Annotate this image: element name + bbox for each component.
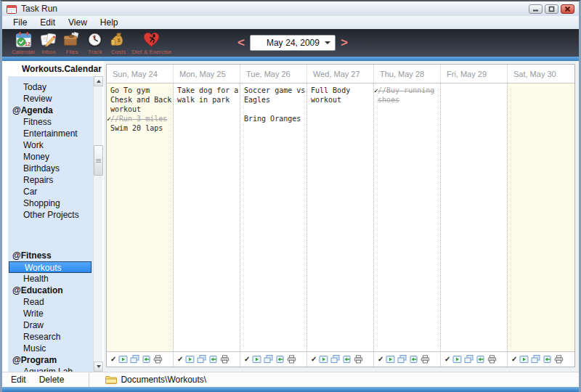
- close-button[interactable]: [561, 4, 574, 14]
- sidebar-item-other-projects[interactable]: Other Projects: [8, 209, 93, 221]
- calendar-area: Sun, May 24Go To gym Chesk and Back work…: [104, 61, 579, 372]
- scroll-down-arrow-icon[interactable]: [94, 362, 103, 372]
- menu-view[interactable]: View: [62, 17, 94, 28]
- run-task-icon[interactable]: [252, 355, 261, 364]
- print-icon[interactable]: [554, 355, 564, 364]
- complete-check-icon[interactable]: ✓: [311, 355, 317, 364]
- import-task-icon[interactable]: [409, 355, 418, 364]
- chevron-down-icon[interactable]: [325, 41, 330, 44]
- scroll-up-arrow-icon[interactable]: [94, 76, 103, 86]
- day-tasks[interactable]: Go To gym Chesk and Back workout✓//Run 3…: [107, 83, 174, 351]
- task[interactable]: Bring Oranges: [244, 114, 306, 123]
- sidebar-scrollbar[interactable]: [93, 76, 102, 372]
- sidebar-item-car[interactable]: Car: [8, 186, 93, 197]
- sidebar-item-draw[interactable]: Draw: [8, 319, 93, 331]
- costs-toolbar-button[interactable]: $ Costs: [108, 30, 128, 55]
- import-task-icon[interactable]: [275, 355, 285, 364]
- cascade-windows-icon[interactable]: [264, 355, 273, 364]
- sidebar-item-music[interactable]: Music: [8, 343, 93, 354]
- sidebar-item-write[interactable]: Write: [8, 308, 93, 319]
- sidebar-item-today[interactable]: Today: [8, 81, 93, 93]
- run-task-icon[interactable]: [452, 355, 462, 364]
- task[interactable]: Take dog for a walk in park: [177, 86, 239, 105]
- print-icon[interactable]: [287, 355, 296, 364]
- print-icon[interactable]: [487, 355, 497, 364]
- delete-button[interactable]: Delete: [35, 375, 69, 385]
- sidebar-item-entertainment[interactable]: Entertainment: [8, 128, 93, 139]
- maximize-button[interactable]: [545, 4, 558, 14]
- run-task-icon[interactable]: [386, 355, 395, 364]
- files-toolbar-button[interactable]: Files: [62, 30, 81, 55]
- edit-button[interactable]: Edit: [7, 375, 31, 385]
- inbox-toolbar-button[interactable]: Inbox: [38, 30, 58, 55]
- complete-check-icon[interactable]: ✓: [511, 355, 517, 364]
- run-task-icon[interactable]: [185, 355, 195, 364]
- date-picker[interactable]: May 24, 2009: [250, 35, 336, 51]
- track-toolbar-button[interactable]: Track: [85, 30, 105, 55]
- task[interactable]: Full Body workout: [311, 86, 373, 105]
- sidebar-item--fitness[interactable]: @Fitness: [8, 250, 93, 261]
- task[interactable]: Swim 20 laps: [110, 123, 172, 133]
- sidebar-item-birthdays[interactable]: Birthdays: [8, 163, 93, 174]
- import-task-icon[interactable]: [476, 355, 485, 364]
- sidebar-item-review[interactable]: Review: [8, 93, 93, 105]
- import-task-icon[interactable]: [142, 355, 151, 364]
- run-task-icon[interactable]: [118, 355, 128, 364]
- sidebar-item--program[interactable]: @Program: [8, 354, 93, 366]
- toolbar: 12 Calendar Inbox Files: [2, 29, 579, 57]
- sidebar-item-workouts[interactable]: Workouts: [9, 261, 92, 273]
- sidebar-item-aquarim-lab[interactable]: Aquarim Lab: [8, 366, 93, 372]
- task[interactable]: Go To gym Chesk and Back workout: [110, 86, 172, 114]
- complete-check-icon[interactable]: ✓: [444, 355, 450, 364]
- sidebar-item-shopping[interactable]: Shopping: [8, 197, 93, 209]
- menu-file[interactable]: File: [7, 17, 33, 28]
- diet-exercise-toolbar-button[interactable]: Diet & Exercise: [131, 30, 171, 55]
- sidebar-item--education[interactable]: @Education: [8, 285, 93, 296]
- day-tasks[interactable]: [508, 83, 574, 351]
- import-task-icon[interactable]: [342, 355, 352, 364]
- sidebar-item--agenda[interactable]: @Agenda: [8, 105, 93, 116]
- sidebar-item-work[interactable]: Work: [8, 139, 93, 151]
- cascade-windows-icon[interactable]: [464, 355, 474, 364]
- minimize-button[interactable]: [529, 4, 543, 14]
- day-tasks[interactable]: ✓//Buy running shoes: [374, 83, 441, 351]
- files-icon: [62, 30, 81, 49]
- sidebar-item-money[interactable]: Money: [8, 151, 93, 163]
- import-task-icon[interactable]: [208, 355, 218, 364]
- day-tasks[interactable]: [441, 83, 508, 351]
- run-task-icon[interactable]: [319, 355, 328, 364]
- complete-check-icon[interactable]: ✓: [378, 355, 383, 364]
- complete-check-icon[interactable]: ✓: [110, 355, 116, 364]
- print-icon[interactable]: [354, 355, 363, 364]
- sidebar-item-health[interactable]: Health: [8, 273, 93, 285]
- sidebar-item-fitness[interactable]: Fitness: [8, 116, 93, 128]
- day-tasks[interactable]: Take dog for a walk in park: [174, 83, 240, 351]
- sidebar-item-read[interactable]: Read: [8, 296, 93, 308]
- day-tasks[interactable]: Soccer game vs EaglesBring Oranges: [240, 83, 307, 351]
- cascade-windows-icon[interactable]: [531, 355, 540, 364]
- print-icon[interactable]: [420, 355, 430, 364]
- task[interactable]: Soccer game vs Eagles: [244, 86, 306, 105]
- sidebar-item-repairs[interactable]: Repairs: [8, 174, 93, 186]
- print-icon[interactable]: [153, 355, 163, 364]
- menu-edit[interactable]: Edit: [33, 17, 62, 28]
- scrollbar-thumb[interactable]: [94, 145, 103, 176]
- print-icon[interactable]: [220, 355, 229, 364]
- sidebar-item-research[interactable]: Research: [8, 331, 93, 343]
- cascade-windows-icon[interactable]: [397, 355, 407, 364]
- run-task-icon[interactable]: [519, 355, 529, 364]
- complete-check-icon[interactable]: ✓: [177, 355, 183, 364]
- next-date-button[interactable]: >: [338, 36, 351, 50]
- cascade-windows-icon[interactable]: [130, 355, 139, 364]
- cascade-windows-icon[interactable]: [197, 355, 206, 364]
- day-tasks[interactable]: Full Body workout: [307, 83, 374, 351]
- cascade-windows-icon[interactable]: [330, 355, 340, 364]
- prev-date-button[interactable]: <: [235, 36, 248, 50]
- calendar-toolbar-button[interactable]: 12 Calendar: [12, 30, 35, 55]
- import-task-icon[interactable]: [543, 355, 552, 364]
- day-header: Thu, May 28: [374, 65, 441, 83]
- menu-help[interactable]: Help: [94, 17, 125, 28]
- task[interactable]: ✓//Buy running shoes: [378, 86, 439, 105]
- task[interactable]: ✓//Run 3 miles: [110, 114, 172, 123]
- complete-check-icon[interactable]: ✓: [244, 355, 250, 364]
